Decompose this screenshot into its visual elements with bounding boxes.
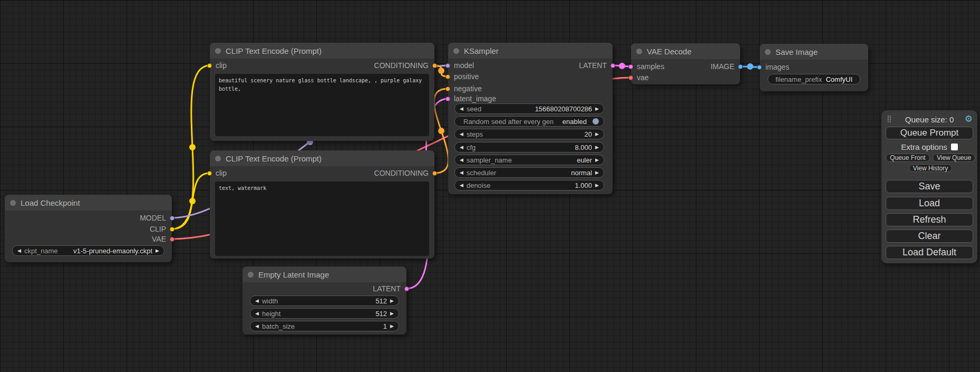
scheduler-widget[interactable]: ◀ scheduler normal ▶ — [454, 167, 604, 178]
node-titlebar[interactable]: Empty Latent Image — [242, 266, 406, 282]
widget-label: seed — [467, 105, 481, 113]
widget-value: normal — [571, 169, 592, 177]
arrow-right-icon[interactable]: ▶ — [595, 142, 599, 152]
width-widget[interactable]: ◀ width 512 ▶ — [250, 295, 399, 306]
arrow-right-icon[interactable]: ▶ — [156, 245, 159, 256]
save-button[interactable]: Save — [886, 180, 973, 193]
conditioning-output-port[interactable] — [432, 171, 437, 176]
load-button[interactable]: Load — [886, 197, 973, 210]
model-input-port[interactable] — [445, 63, 450, 68]
steps-widget[interactable]: ◀ steps 20 ▶ — [454, 129, 604, 139]
image-output-port[interactable] — [738, 64, 743, 69]
images-input-port[interactable] — [757, 65, 762, 70]
gear-icon[interactable]: ⚙ — [965, 114, 973, 125]
latent-output-port[interactable] — [404, 287, 409, 291]
output-label-conditioning: CONDITIONING — [374, 61, 429, 70]
arrow-right-icon[interactable]: ▶ — [595, 103, 599, 114]
node-empty-latent-image[interactable]: Empty Latent Image LATENT ◀ width 512 ▶ … — [242, 266, 406, 335]
widget-label: Random seed after every gen — [463, 118, 554, 126]
ckpt-name-widget[interactable]: ◀ ckpt_name v1-5-pruned-emaonly.ckpt ▶ — [12, 245, 164, 256]
sampler-name-widget[interactable]: ◀ sampler_name euler ▶ — [454, 155, 604, 165]
prompt-text-widget[interactable]: beautiful scenery nature glass bottle la… — [215, 74, 429, 136]
refresh-button[interactable]: Refresh — [886, 213, 973, 226]
batch-size-widget[interactable]: ◀ batch_size 1 ▶ — [250, 321, 399, 331]
view-queue-button[interactable]: View Queue — [933, 154, 975, 162]
node-clip-text-encode-positive[interactable]: CLIP Text Encode (Prompt) clip CONDITION… — [210, 43, 434, 141]
widget-value: 1 — [383, 322, 387, 330]
node-titlebar[interactable]: KSampler — [448, 43, 613, 59]
node-titlebar[interactable]: VAE Decode — [631, 43, 740, 59]
filename-prefix-widget[interactable]: filename_prefix ComfyUI — [768, 74, 860, 84]
model-output-port[interactable] — [170, 216, 174, 221]
node-ksampler[interactable]: KSampler model LATENT positive negative … — [448, 43, 613, 194]
output-label-latent: LATENT — [373, 284, 401, 293]
node-save-image[interactable]: Save Image images filename_prefix ComfyU… — [760, 44, 868, 91]
cfg-widget[interactable]: ◀ cfg 8.000 ▶ — [454, 142, 604, 152]
node-title: CLIP Text Encode (Prompt) — [226, 46, 322, 55]
vae-input-port[interactable] — [628, 75, 633, 80]
arrow-left-icon[interactable]: ◀ — [17, 245, 21, 256]
arrow-left-icon[interactable]: ◀ — [460, 180, 463, 190]
random-seed-toggle-widget[interactable]: Random seed after every gen enabled — [454, 116, 604, 127]
height-widget[interactable]: ◀ height 512 ▶ — [250, 308, 399, 319]
node-collapse-dot[interactable] — [215, 156, 221, 161]
queue-front-button[interactable]: Queue Front — [886, 154, 930, 162]
denoise-widget[interactable]: ◀ denoise 1.000 ▶ — [454, 180, 604, 190]
view-history-button[interactable]: View History — [909, 164, 952, 172]
widget-label: cfg — [467, 144, 476, 151]
arrow-left-icon[interactable]: ◀ — [255, 321, 259, 331]
queue-prompt-button[interactable]: Queue Prompt — [886, 127, 973, 139]
arrow-left-icon[interactable]: ◀ — [460, 103, 463, 114]
clip-output-port[interactable] — [170, 227, 174, 232]
arrow-right-icon[interactable]: ▶ — [390, 308, 394, 319]
arrow-right-icon[interactable]: ▶ — [390, 295, 394, 306]
node-titlebar[interactable]: Save Image — [760, 44, 868, 60]
node-collapse-dot[interactable] — [765, 49, 771, 55]
arrow-left-icon[interactable]: ◀ — [460, 129, 463, 139]
latent-image-input-port[interactable] — [445, 97, 450, 101]
arrow-left-icon[interactable]: ◀ — [460, 155, 463, 165]
node-vae-decode[interactable]: VAE Decode samples IMAGE vae — [631, 43, 740, 84]
arrow-right-icon[interactable]: ▶ — [595, 155, 599, 165]
node-collapse-dot[interactable] — [215, 48, 221, 54]
clear-button[interactable]: Clear — [886, 230, 973, 243]
arrow-left-icon[interactable]: ◀ — [255, 295, 259, 306]
latent-output-port[interactable] — [610, 63, 615, 68]
load-default-button[interactable]: Load Default — [886, 246, 973, 259]
widget-label: sampler_name — [467, 156, 512, 164]
node-collapse-dot[interactable] — [453, 48, 459, 54]
widget-label: ckpt_name — [24, 247, 58, 255]
arrow-right-icon[interactable]: ▶ — [595, 129, 599, 139]
seed-widget[interactable]: ◀ seed 156680208700286 ▶ — [454, 103, 604, 114]
prompt-text-widget[interactable]: text, watermark — [215, 182, 429, 256]
vae-output-port[interactable] — [170, 237, 174, 242]
clip-input-port[interactable] — [207, 171, 212, 176]
arrow-right-icon[interactable]: ▶ — [595, 167, 599, 178]
arrow-left-icon[interactable]: ◀ — [460, 167, 463, 178]
node-load-checkpoint[interactable]: Load Checkpoint MODEL CLIP VAE ◀ ckpt_na… — [5, 195, 172, 262]
node-titlebar[interactable]: CLIP Text Encode (Prompt) — [210, 43, 434, 59]
arrow-right-icon[interactable]: ▶ — [390, 321, 394, 331]
node-collapse-dot[interactable] — [10, 200, 16, 206]
negative-input-port[interactable] — [445, 87, 450, 91]
arrow-left-icon[interactable]: ◀ — [255, 308, 259, 319]
node-graph-canvas[interactable]: Load Checkpoint MODEL CLIP VAE ◀ ckpt_na… — [0, 0, 980, 372]
extra-options-checkbox[interactable] — [951, 144, 958, 150]
input-label-clip: clip — [216, 61, 227, 70]
widget-label: steps — [467, 130, 483, 138]
node-clip-text-encode-negative[interactable]: CLIP Text Encode (Prompt) clip CONDITION… — [210, 150, 434, 259]
positive-input-port[interactable] — [445, 74, 450, 79]
node-titlebar[interactable]: CLIP Text Encode (Prompt) — [210, 150, 434, 166]
node-titlebar[interactable]: Load Checkpoint — [5, 195, 172, 211]
widget-value: 20 — [585, 130, 592, 138]
node-title: CLIP Text Encode (Prompt) — [226, 154, 322, 163]
node-collapse-dot[interactable] — [248, 272, 254, 278]
toggle-enabled-dot[interactable] — [593, 118, 599, 125]
arrow-left-icon[interactable]: ◀ — [460, 142, 463, 152]
arrow-right-icon[interactable]: ▶ — [595, 180, 599, 190]
node-collapse-dot[interactable] — [636, 49, 642, 54]
link-dot — [438, 68, 444, 74]
clip-input-port[interactable] — [207, 63, 212, 68]
samples-input-port[interactable] — [628, 64, 633, 69]
conditioning-output-port[interactable] — [432, 63, 437, 68]
